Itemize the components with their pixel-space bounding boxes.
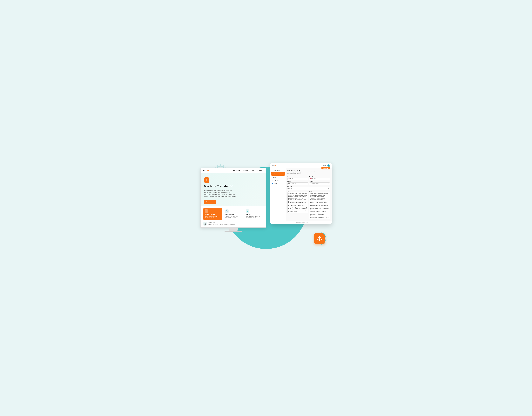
app-main-content: New process 25/-1 Set all the required f…	[286, 168, 332, 221]
machine-translation-icon: ⊕	[205, 209, 208, 213]
target-lang-chevron-icon	[328, 178, 329, 180]
target-language-label: Target language	[309, 176, 330, 177]
source-flag-icon: 🇺🇸	[288, 178, 290, 180]
feature-anonymization[interactable]: 🔧 Anonymization Full GDPR-compliant data…	[224, 208, 243, 220]
sidebar-item-translate[interactable]: ↔ Translate ›	[271, 172, 285, 176]
language-row: Source language 🇺🇸English Target languag…	[287, 176, 330, 180]
nav-solutions-link[interactable]: Solutions	[242, 170, 248, 171]
output-label: Output	[309, 191, 330, 192]
feature-gpt-title: ECO GPT	[246, 214, 262, 215]
features-section: ⊕ Machine translation Near-human neural …	[201, 206, 266, 222]
engine-value: ENES_corp_v1._2	[288, 183, 297, 184]
copy-button[interactable]: #Copy	[326, 217, 329, 218]
app-footer: ECO – Powered by Pangeanic © 2023	[270, 221, 332, 224]
users-icon: 👤	[272, 183, 273, 184]
sidebar-item-dolly[interactable]: ● Dolly	[270, 176, 286, 179]
scroll-indicator	[329, 200, 329, 204]
nav-products-link[interactable]: Products ▾	[233, 170, 240, 171]
output-content: El auge de la IA y la PNL trae una nueva…	[310, 193, 329, 218]
engine-chevron-icon	[307, 183, 307, 184]
masker-title: Masker GPT	[208, 222, 236, 223]
text-input-content: The rise of AI and NLP brings a new era …	[288, 193, 307, 212]
hero-content: ⊕ Machine Translation Adaptive near-huma…	[204, 177, 236, 204]
translate-chevron-icon: ›	[283, 173, 284, 174]
app-logo: eco	[272, 165, 276, 167]
app-body: ⊞ Dashboard ↔ Translate › ● Dolly ☰ Proc…	[270, 168, 332, 221]
engine-label: Engine	[287, 181, 308, 182]
glossary-placeholder: – Select Glossary –	[310, 183, 320, 184]
app-username: Prueba S.L.	[320, 165, 326, 166]
sidebar-item-dashboard[interactable]: ⊞ Dashboard	[270, 169, 286, 172]
translate-button[interactable]: Translate	[322, 167, 330, 170]
nav-contact-link[interactable]: Contact	[250, 170, 255, 171]
monitor-neck	[229, 227, 238, 231]
target-flag-icon: 🇪🇸	[310, 178, 312, 180]
text-input-label: Text	[287, 191, 308, 192]
input-type-row: Input type Plain text	[287, 186, 330, 190]
app-user-info: Prueba S.L. 👤	[320, 164, 330, 167]
anonymization-icon: 🔧	[225, 209, 229, 213]
nav-nlp-link[interactable]: NLP Pa...	[257, 170, 263, 171]
source-language-select[interactable]: 🇺🇸English	[287, 178, 308, 180]
glossary-field: Glossary – Select Glossary –	[309, 181, 330, 185]
app-logo-text: eco	[272, 165, 275, 167]
monitor: eco Products ▾ Solutions Contact NLP Pa.…	[200, 168, 266, 232]
input-type-label: Input type	[287, 186, 330, 187]
website-logo: eco	[203, 169, 208, 172]
app-sidebar: ⊞ Dashboard ↔ Translate › ● Dolly ☰ Proc…	[270, 168, 286, 221]
services-icon: ✦	[272, 186, 273, 188]
glossary-select[interactable]: – Select Glossary –	[309, 182, 330, 185]
feature-mt-title: Machine translation	[205, 214, 221, 215]
glossary-chevron-icon	[328, 183, 329, 184]
products-chevron-icon: ▾	[239, 170, 240, 171]
logo-dot	[207, 170, 208, 171]
monitor-screen: eco Products ▾ Solutions Contact NLP Pa.…	[200, 168, 266, 227]
process-description: Set all the required field and options. …	[287, 171, 322, 174]
user-avatar: 👤	[327, 164, 330, 167]
source-language-field: Source language 🇺🇸English	[287, 176, 308, 180]
sidebar-users-label: Users	[274, 183, 277, 184]
globe-icon: ⊕	[206, 179, 207, 181]
translation-icon-decoration: ネ	[314, 233, 325, 244]
app-logo-dot	[276, 165, 276, 166]
feature-gpt-desc: Boost productivity with our AI-powered c…	[246, 216, 262, 218]
sidebar-dolly-label: Dolly	[273, 176, 276, 178]
dolly-icon: ●	[272, 177, 272, 178]
sidebar-item-users[interactable]: 👤 Users ▾	[270, 182, 286, 185]
text-input-area: Text The rise of AI and NLP brings a new…	[287, 191, 308, 219]
input-type-select[interactable]: Plain text	[287, 187, 330, 190]
feature-mt-desc: Near-human neural machine translation so…	[205, 216, 221, 218]
input-type-value: Plain text	[288, 188, 293, 189]
sidebar-item-processes[interactable]: ☰ Processes	[270, 179, 286, 182]
hero-description: Adaptive near-human quality MT for hundr…	[204, 189, 236, 198]
target-language-select[interactable]: 🇪🇸Spanish	[309, 178, 330, 180]
services-chevron-icon: ▾	[284, 186, 284, 187]
sidebar-item-services-setup[interactable]: ✦ Services setup ▾	[270, 185, 286, 189]
source-lang-chevron-icon	[307, 178, 307, 180]
text-input-box[interactable]: The rise of AI and NLP brings a new era …	[287, 192, 308, 213]
masker-desc: Securely harness the power of ChatGPT fo…	[208, 224, 236, 225]
feature-anon-desc: Full GDPR-compliant data anonymization s…	[225, 216, 241, 218]
main-scene: ⚙ ⚙ eco Products ▾ Solutions	[200, 163, 332, 253]
process-title: New process 25/-1	[287, 170, 322, 171]
text-areas: Text The rise of AI and NLP brings a new…	[287, 191, 330, 219]
feature-anon-title: Anonymization	[225, 214, 241, 215]
output-area: Output El auge de la IA y la PNL trae un…	[309, 191, 330, 219]
see-more-button[interactable]: See more...	[204, 200, 216, 204]
sidebar-services-label: Services setup	[274, 186, 282, 188]
processes-icon: ☰	[272, 180, 273, 181]
arrow-circle-icon	[310, 229, 328, 247]
monitor-base	[225, 231, 242, 232]
translate-nav-icon: ↔	[272, 173, 274, 175]
engine-glossary-row: Engine ENES_corp_v1._2 Glossary – Select…	[287, 181, 330, 185]
logo-text: eco	[203, 169, 207, 172]
hero-section: ⊕ Machine Translation Adaptive near-huma…	[201, 173, 266, 206]
feature-eco-gpt[interactable]: ☁ ECO GPT Boost productivity with our AI…	[244, 208, 263, 220]
sidebar-dashboard-label: Dashboard	[274, 170, 280, 171]
sidebar-translate-label: Translate	[275, 173, 279, 175]
feature-machine-translation[interactable]: ⊕ Machine translation Near-human neural …	[203, 208, 222, 220]
eco-gpt-icon: ☁	[246, 209, 249, 213]
users-chevron-icon: ▾	[284, 183, 284, 184]
engine-select[interactable]: ENES_corp_v1._2	[287, 182, 308, 185]
output-box: El auge de la IA y la PNL trae una nueva…	[309, 192, 330, 219]
